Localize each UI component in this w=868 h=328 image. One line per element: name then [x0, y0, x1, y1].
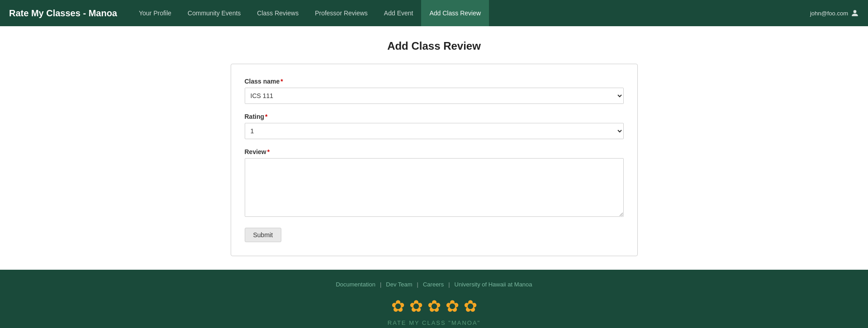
review-textarea[interactable]: [245, 158, 624, 217]
nav-professor-reviews[interactable]: Professor Reviews: [307, 0, 376, 26]
flower-3: ✿: [427, 297, 441, 316]
required-star-rating: *: [265, 113, 267, 120]
class-name-group: Class name* ICS 111 ICS 211 ICS 311 ICS …: [245, 78, 624, 104]
class-name-label: Class name*: [245, 78, 624, 85]
brand: Rate My Classes - Manoa: [9, 8, 117, 19]
rating-group: Rating* 1 2 3 4 5: [245, 113, 624, 139]
rating-select[interactable]: 1 2 3 4 5: [245, 123, 624, 139]
footer-tagline: RATE MY CLASS "MANOA": [388, 319, 480, 326]
flower-4: ✿: [446, 297, 459, 316]
nav-community-events[interactable]: Community Events: [180, 0, 249, 26]
form-card: Class name* ICS 111 ICS 211 ICS 311 ICS …: [231, 64, 638, 256]
user-email: john@foo.com: [810, 10, 848, 17]
footer-link-careers[interactable]: Careers: [423, 281, 444, 288]
flower-2: ✿: [409, 297, 423, 316]
footer-logo-section: ✿ ✿ ✿ ✿ ✿ RATE MY CLASS "MANOA": [9, 297, 859, 326]
footer-link-devteam[interactable]: Dev Team: [386, 281, 412, 288]
nav-links: Your Profile Community Events Class Revi…: [131, 0, 810, 26]
main-content: Add Class Review Class name* ICS 111 ICS…: [0, 26, 868, 270]
submit-button[interactable]: Submit: [245, 228, 282, 242]
rating-label: Rating*: [245, 113, 624, 120]
navbar: Rate My Classes - Manoa Your Profile Com…: [0, 0, 868, 26]
footer: Documentation | Dev Team | Careers | Uni…: [0, 270, 868, 328]
class-name-select[interactable]: ICS 111 ICS 211 ICS 311 ICS 314: [245, 88, 624, 104]
footer-sep-1: |: [380, 281, 381, 288]
user-icon: [851, 9, 859, 17]
footer-flowers: ✿ ✿ ✿ ✿ ✿: [391, 297, 477, 316]
required-star-class: *: [280, 78, 283, 85]
footer-link-university[interactable]: University of Hawaii at Manoa: [455, 281, 532, 288]
nav-add-class-review[interactable]: Add Class Review: [421, 0, 489, 26]
footer-link-documentation[interactable]: Documentation: [336, 281, 375, 288]
nav-add-event[interactable]: Add Event: [376, 0, 422, 26]
review-label: Review*: [245, 148, 624, 155]
page-title: Add Class Review: [9, 40, 859, 52]
flower-5: ✿: [464, 297, 477, 316]
footer-sep-3: |: [448, 281, 450, 288]
review-group: Review*: [245, 148, 624, 219]
footer-sep-2: |: [417, 281, 418, 288]
flower-1: ✿: [391, 297, 405, 316]
user-info: john@foo.com: [810, 9, 859, 17]
footer-links: Documentation | Dev Team | Careers | Uni…: [9, 281, 859, 288]
nav-your-profile[interactable]: Your Profile: [131, 0, 180, 26]
required-star-review: *: [267, 148, 270, 155]
nav-class-reviews[interactable]: Class Reviews: [249, 0, 307, 26]
